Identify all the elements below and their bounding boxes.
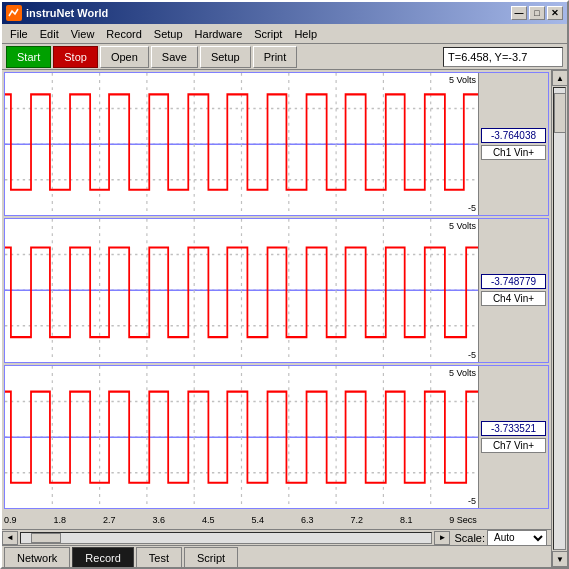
h-scroll-left[interactable]: ◄ bbox=[2, 531, 18, 545]
x-label-9: 9 Secs bbox=[449, 515, 477, 525]
tab-record[interactable]: Record bbox=[72, 547, 133, 567]
x-axis-labels: 0.9 1.8 2.7 3.6 4.5 5.4 6.3 7.2 8.1 9 Se… bbox=[2, 515, 479, 525]
chart3-top-label: 5 Volts bbox=[449, 368, 476, 378]
x-label-5: 5.4 bbox=[251, 515, 264, 525]
main-window: instruNet World — □ ✕ File Edit View Rec… bbox=[0, 0, 569, 569]
tab-bar: Network Record Test Script bbox=[2, 545, 551, 567]
status-display: T=6.458, Y=-3.7 bbox=[443, 47, 563, 67]
v-scrollbar: ▲ ▼ bbox=[551, 70, 567, 567]
start-button[interactable]: Start bbox=[6, 46, 51, 68]
tab-network[interactable]: Network bbox=[4, 547, 70, 567]
chart-canvas-1: 5 Volts -5 bbox=[5, 73, 478, 215]
x-label-0: 0.9 bbox=[4, 515, 17, 525]
chart1-svg bbox=[5, 73, 478, 215]
chart3-svg bbox=[5, 366, 478, 508]
chart2-svg bbox=[5, 219, 478, 361]
chart1-value: -3.764038 bbox=[481, 128, 546, 143]
h-scrollbar: ◄ ► Scale: Auto bbox=[2, 529, 551, 545]
v-scroll-track[interactable] bbox=[553, 87, 566, 550]
chart2-top-label: 5 Volts bbox=[449, 221, 476, 231]
chart-row-3: 5 Volts -5 bbox=[4, 365, 549, 509]
chart-row-1: 5 Volts -5 bbox=[4, 72, 549, 216]
chart-row-2: 5 Volts -5 bbox=[4, 218, 549, 362]
chart3-value: -3.733521 bbox=[481, 421, 546, 436]
v-scroll-up[interactable]: ▲ bbox=[552, 70, 567, 86]
menu-setup[interactable]: Setup bbox=[148, 26, 189, 42]
window-title: instruNet World bbox=[26, 7, 108, 19]
x-label-3: 3.6 bbox=[152, 515, 165, 525]
chart3-channel: Ch7 Vin+ bbox=[481, 438, 546, 453]
menu-record[interactable]: Record bbox=[100, 26, 147, 42]
h-scroll-right[interactable]: ► bbox=[434, 531, 450, 545]
chart-canvas-3: 5 Volts -5 bbox=[5, 366, 478, 508]
scale-dropdown[interactable]: Auto bbox=[487, 530, 547, 546]
minimize-button[interactable]: — bbox=[511, 6, 527, 20]
chart3-readout: -3.733521 Ch7 Vin+ bbox=[478, 366, 548, 508]
toolbar: Start Stop Open Save Setup Print T=6.458… bbox=[2, 44, 567, 70]
chart2-bottom-label: -5 bbox=[468, 350, 476, 360]
charts-area: 5 Volts -5 bbox=[2, 70, 551, 511]
close-button[interactable]: ✕ bbox=[547, 6, 563, 20]
main-content: 5 Volts -5 bbox=[2, 70, 567, 567]
x-label-1: 1.8 bbox=[53, 515, 66, 525]
v-scroll-thumb[interactable] bbox=[554, 93, 566, 133]
x-label-8: 8.1 bbox=[400, 515, 413, 525]
chart-canvas-2: 5 Volts -5 bbox=[5, 219, 478, 361]
title-bar-left: instruNet World bbox=[6, 5, 108, 21]
maximize-button[interactable]: □ bbox=[529, 6, 545, 20]
x-label-7: 7.2 bbox=[350, 515, 363, 525]
stop-button[interactable]: Stop bbox=[53, 46, 98, 68]
menu-script[interactable]: Script bbox=[248, 26, 288, 42]
x-label-4: 4.5 bbox=[202, 515, 215, 525]
chart2-value: -3.748779 bbox=[481, 274, 546, 289]
v-scroll-down[interactable]: ▼ bbox=[552, 551, 567, 567]
open-button[interactable]: Open bbox=[100, 46, 149, 68]
chart1-bottom-label: -5 bbox=[468, 203, 476, 213]
setup-button[interactable]: Setup bbox=[200, 46, 251, 68]
menu-file[interactable]: File bbox=[4, 26, 34, 42]
scale-area: Scale: Auto bbox=[450, 530, 551, 546]
menu-view[interactable]: View bbox=[65, 26, 101, 42]
chart1-readout: -3.764038 Ch1 Vin+ bbox=[478, 73, 548, 215]
status-text: T=6.458, Y=-3.7 bbox=[448, 51, 527, 63]
chart2-channel: Ch4 Vin+ bbox=[481, 291, 546, 306]
x-label-6: 6.3 bbox=[301, 515, 314, 525]
x-axis: 0.9 1.8 2.7 3.6 4.5 5.4 6.3 7.2 8.1 9 Se… bbox=[2, 511, 551, 529]
title-bar: instruNet World — □ ✕ bbox=[2, 2, 567, 24]
save-button[interactable]: Save bbox=[151, 46, 198, 68]
app-icon bbox=[6, 5, 22, 21]
scale-label: Scale: bbox=[454, 532, 485, 544]
h-scroll-track[interactable] bbox=[20, 532, 432, 544]
tab-script[interactable]: Script bbox=[184, 547, 238, 567]
chart1-channel: Ch1 Vin+ bbox=[481, 145, 546, 160]
title-buttons: — □ ✕ bbox=[511, 6, 563, 20]
h-scroll-thumb[interactable] bbox=[31, 533, 61, 543]
tab-test[interactable]: Test bbox=[136, 547, 182, 567]
menu-hardware[interactable]: Hardware bbox=[189, 26, 249, 42]
chart2-readout: -3.748779 Ch4 Vin+ bbox=[478, 219, 548, 361]
menu-edit[interactable]: Edit bbox=[34, 26, 65, 42]
chart1-top-label: 5 Volts bbox=[449, 75, 476, 85]
menu-help[interactable]: Help bbox=[288, 26, 323, 42]
print-button[interactable]: Print bbox=[253, 46, 298, 68]
x-label-2: 2.7 bbox=[103, 515, 116, 525]
chart3-bottom-label: -5 bbox=[468, 496, 476, 506]
menu-bar: File Edit View Record Setup Hardware Scr… bbox=[2, 24, 567, 44]
